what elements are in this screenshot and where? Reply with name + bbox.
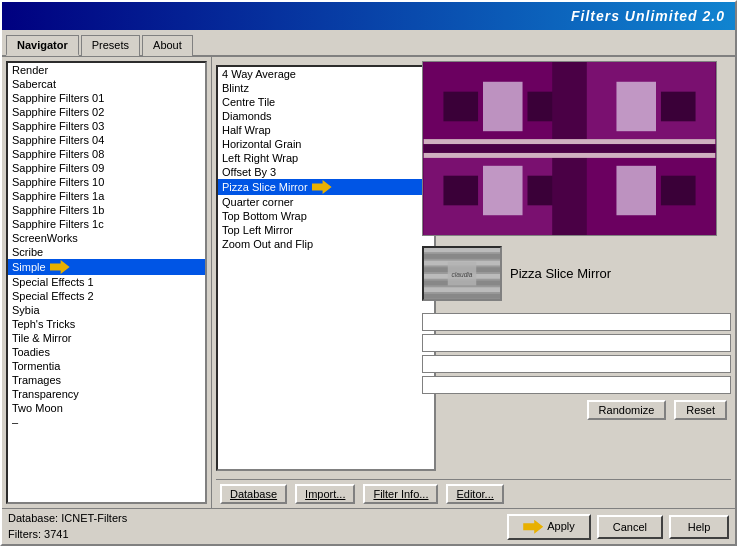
title-bar: Filters Unlimited 2.0 <box>2 2 735 30</box>
cancel-button[interactable]: Cancel <box>597 515 663 539</box>
svg-rect-21 <box>424 254 500 259</box>
status-bar: Database: ICNET-Filters Filters: 3741 Ap… <box>2 508 735 544</box>
status-left: Database: ICNET-Filters Filters: 3741 <box>8 511 127 542</box>
svg-rect-27 <box>424 294 500 299</box>
filter-item[interactable]: Horizontal Grain <box>218 137 434 151</box>
import-button[interactable]: Import... <box>295 484 355 504</box>
list-item[interactable]: Special Effects 2 <box>8 289 205 303</box>
list-item[interactable]: Sapphire Filters 10 <box>8 175 205 189</box>
database-status: Database: ICNET-Filters <box>8 511 127 526</box>
info-row-3 <box>422 355 731 373</box>
list-item[interactable]: Transparency <box>8 387 205 401</box>
arrow-icon <box>50 260 70 274</box>
help-button[interactable]: Help <box>669 515 729 539</box>
svg-rect-5 <box>483 82 523 131</box>
svg-rect-6 <box>616 82 656 131</box>
filter-item[interactable]: Top Bottom Wrap <box>218 209 434 223</box>
list-item[interactable]: Sapphire Filters 03 <box>8 119 205 133</box>
list-item[interactable]: Sapphire Filters 1a <box>8 189 205 203</box>
svg-rect-8 <box>616 166 656 215</box>
main-content: Render Sabercat Sapphire Filters 01 Sapp… <box>2 57 735 508</box>
info-row-2 <box>422 334 731 352</box>
svg-rect-7 <box>483 166 523 215</box>
bottom-toolbar: Database Import... Filter Info... Editor… <box>216 479 731 504</box>
filter-item[interactable]: Offset By 3 <box>218 165 434 179</box>
list-item[interactable]: Tile & Mirror <box>8 331 205 345</box>
info-row-1 <box>422 313 731 331</box>
list-item[interactable]: Sapphire Filters 1c <box>8 217 205 231</box>
info-rows <box>422 313 731 394</box>
list-item[interactable]: Special Effects 1 <box>8 275 205 289</box>
thumbnail: claudia <box>422 246 502 301</box>
tab-presets[interactable]: Presets <box>81 35 140 56</box>
db-label: Database: ICNET-Filters <box>8 512 127 524</box>
filter-item-pizza[interactable]: Pizza Slice Mirror <box>218 179 434 195</box>
list-item[interactable]: – <box>8 415 205 429</box>
tab-about[interactable]: About <box>142 35 193 56</box>
editor-button[interactable]: Editor... <box>446 484 503 504</box>
list-item[interactable]: Two Moon <box>8 401 205 415</box>
filter-item[interactable]: Blintz <box>218 81 434 95</box>
main-window: Filters Unlimited 2.0 Navigator Presets … <box>0 0 737 546</box>
database-button[interactable]: Database <box>220 484 287 504</box>
list-item[interactable]: Tramages <box>8 373 205 387</box>
list-item[interactable]: Render <box>8 63 205 77</box>
svg-rect-14 <box>661 176 696 206</box>
list-item[interactable]: Sapphire Filters 09 <box>8 161 205 175</box>
arrow-icon <box>312 180 332 194</box>
svg-rect-18 <box>424 153 716 158</box>
list-item[interactable]: Sapphire Filters 08 <box>8 147 205 161</box>
svg-rect-17 <box>424 139 716 144</box>
filter-item[interactable]: Top Left Mirror <box>218 223 434 237</box>
filter-item[interactable]: Quarter corner <box>218 195 434 209</box>
list-item[interactable]: Sapphire Filters 01 <box>8 91 205 105</box>
filter-item[interactable]: Half Wrap <box>218 123 434 137</box>
tab-navigator[interactable]: Navigator <box>6 35 79 56</box>
filters-status: Filters: 3741 <box>8 527 127 542</box>
svg-rect-26 <box>424 287 500 292</box>
randomize-button[interactable]: Randomize <box>587 400 667 420</box>
filters-label: Filters: 3741 <box>8 528 69 540</box>
tab-bar: Navigator Presets About <box>2 30 735 57</box>
reset-button[interactable]: Reset <box>674 400 727 420</box>
action-buttons: Apply Cancel Help <box>507 514 729 540</box>
filter-item[interactable]: Centre Tile <box>218 95 434 109</box>
svg-rect-12 <box>443 176 478 206</box>
list-item[interactable]: Sapphire Filters 04 <box>8 133 205 147</box>
svg-text:claudia: claudia <box>451 271 472 278</box>
category-list[interactable]: Render Sabercat Sapphire Filters 01 Sapp… <box>6 61 207 504</box>
preview-image <box>422 61 717 236</box>
arrow-icon-apply <box>523 520 543 534</box>
list-item[interactable]: Toadies <box>8 345 205 359</box>
left-panel: Render Sabercat Sapphire Filters 01 Sapp… <box>2 57 212 508</box>
info-row-4 <box>422 376 731 394</box>
list-item[interactable]: Sapphire Filters 1b <box>8 203 205 217</box>
thumb-inner: claudia <box>424 248 500 299</box>
list-item-simple[interactable]: Simple <box>8 259 205 275</box>
list-item[interactable]: Scribe <box>8 245 205 259</box>
apply-button[interactable]: Apply <box>507 514 591 540</box>
list-item[interactable]: Sybia <box>8 303 205 317</box>
svg-rect-20 <box>424 247 500 252</box>
list-item[interactable]: Sabercat <box>8 77 205 91</box>
filter-item[interactable]: 4 Way Average <box>218 67 434 81</box>
list-item[interactable]: Tormentia <box>8 359 205 373</box>
svg-rect-11 <box>661 92 696 122</box>
filter-item[interactable]: Diamonds <box>218 109 434 123</box>
filter-info-button[interactable]: Filter Info... <box>363 484 438 504</box>
title-text: Filters Unlimited 2.0 <box>571 8 725 24</box>
filter-name-display: Pizza Slice Mirror <box>510 266 611 281</box>
list-item[interactable]: Teph's Tricks <box>8 317 205 331</box>
randomize-reset-bar: Randomize Reset <box>422 398 731 422</box>
filter-item[interactable]: Left Right Wrap <box>218 151 434 165</box>
list-item[interactable]: ScreenWorks <box>8 231 205 245</box>
filter-list[interactable]: 4 Way Average Blintz Centre Tile Diamond… <box>216 65 436 471</box>
svg-rect-9 <box>443 92 478 122</box>
list-item[interactable]: Sapphire Filters 02 <box>8 105 205 119</box>
filter-item[interactable]: Zoom Out and Flip <box>218 237 434 251</box>
thumbnail-area: claudia Pizza Slice Mirror <box>422 246 731 301</box>
